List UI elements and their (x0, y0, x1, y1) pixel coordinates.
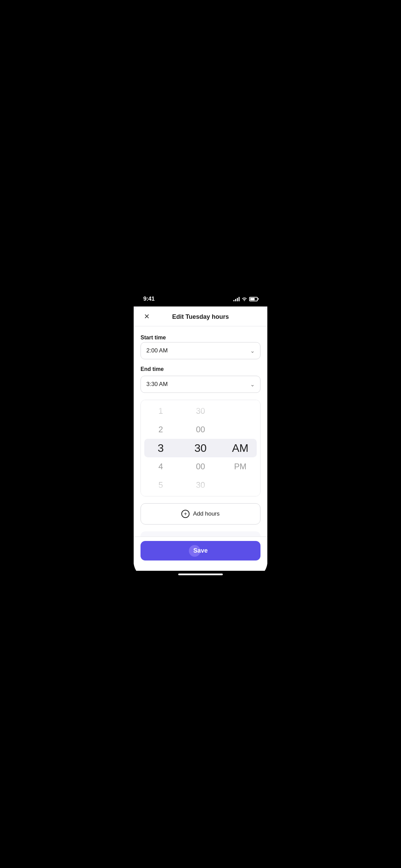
modal-sheet: ✕ Edit Tuesday hours Start time 2:00 AM … (134, 306, 267, 571)
close-icon: ✕ (144, 313, 150, 320)
picker-hour-item[interactable]: 1 (150, 402, 171, 420)
end-time-section: End time 3:30 AM ⌄ (141, 366, 260, 393)
battery-icon (249, 297, 258, 301)
picker-period-am[interactable]: AM (230, 439, 251, 457)
picker-hour-selected[interactable]: 3 (150, 439, 171, 457)
add-hours-button[interactable]: + Add hours (141, 503, 260, 525)
modal-header: ✕ Edit Tuesday hours (134, 306, 267, 326)
save-label: Save (193, 547, 208, 554)
status-time: 9:41 (143, 296, 155, 302)
picker-hour-item[interactable]: 5 (150, 476, 171, 494)
content-area: ✕ Edit Tuesday hours Start time 2:00 AM … (134, 306, 267, 571)
close-button[interactable]: ✕ (141, 310, 153, 323)
picker-minute-item[interactable]: 00 (190, 494, 211, 496)
save-section: Save (134, 537, 267, 571)
picker-minute-item[interactable]: 00 (190, 457, 211, 476)
picker-minute-item[interactable]: 00 (190, 420, 211, 439)
signal-bars-icon (233, 297, 240, 301)
add-hours-label: Add hours (193, 510, 220, 517)
start-time-section: Start time 2:00 AM ⌄ (141, 326, 260, 359)
picker-hour-column[interactable]: 12 1 2 3 4 5 6 (141, 400, 181, 496)
picker-period-pm[interactable]: PM (230, 457, 251, 476)
plus-circle-icon: + (181, 510, 190, 518)
time-picker[interactable]: 12 1 2 3 4 5 6 00 30 00 (141, 400, 260, 496)
time-picker-wheel: 12 1 2 3 4 5 6 00 30 00 (141, 400, 260, 496)
start-time-chevron-icon: ⌄ (250, 348, 255, 354)
end-time-chevron-icon: ⌄ (250, 381, 255, 388)
phone-frame: 9:41 ✕ Edit Tuesday hours (134, 289, 267, 579)
status-bar: 9:41 (134, 289, 267, 306)
status-icons (233, 297, 258, 301)
picker-hour-item[interactable]: 6 (150, 494, 171, 496)
modal-title: Edit Tuesday hours (172, 313, 229, 321)
save-button[interactable]: Save (141, 541, 260, 560)
apply-section: Apply these hours to additional days Sun… (141, 531, 260, 537)
picker-period-column[interactable]: AM PM (220, 400, 260, 496)
start-time-partial-wrapper: Start time (141, 335, 260, 342)
end-time-value: 3:30 AM (146, 381, 168, 388)
home-indicator (134, 571, 267, 579)
wifi-icon (242, 297, 247, 301)
picker-minute-item[interactable]: 30 (190, 476, 211, 494)
battery-fill (250, 298, 255, 300)
home-bar (178, 574, 223, 575)
picker-minute-column[interactable]: 00 30 00 30 00 30 00 (181, 400, 220, 496)
end-time-dropdown[interactable]: 3:30 AM ⌄ (141, 376, 260, 393)
start-time-value: 2:00 AM (146, 347, 168, 354)
modal-body: Start time 2:00 AM ⌄ End time 3:30 AM ⌄ (134, 326, 267, 537)
picker-minute-item[interactable]: 30 (190, 402, 211, 420)
start-time-dropdown[interactable]: 2:00 AM ⌄ (141, 342, 260, 359)
picker-hour-item[interactable]: 4 (150, 457, 171, 476)
start-time-label: Start time (141, 335, 260, 341)
end-time-label: End time (141, 366, 260, 372)
picker-minute-selected[interactable]: 30 (190, 439, 211, 457)
picker-hour-item[interactable]: 2 (150, 420, 171, 439)
